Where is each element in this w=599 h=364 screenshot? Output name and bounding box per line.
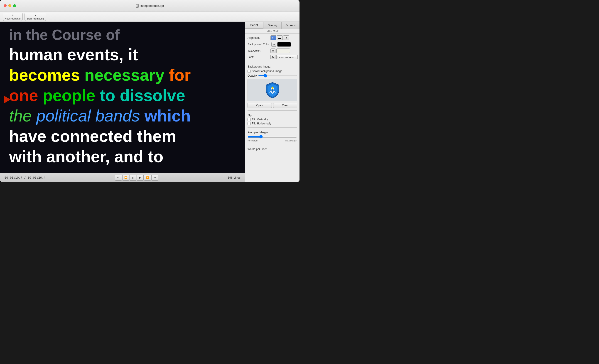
maximize-button[interactable] xyxy=(13,4,16,7)
background-color-label: Background Color: xyxy=(247,43,270,46)
font-reset-button[interactable]: ↻ xyxy=(271,55,275,59)
text-color-row: Text Color: ↻ xyxy=(247,49,297,53)
flip-vertically-label: Flip Vertically xyxy=(252,118,268,121)
word-necessary: necessary xyxy=(84,66,164,84)
minimize-button[interactable] xyxy=(9,4,11,7)
tab-script[interactable]: Script xyxy=(245,22,264,29)
time-separator: / xyxy=(24,176,28,179)
window-title: independence.ppr xyxy=(141,4,164,8)
skip-to-end-button[interactable]: ⏭ xyxy=(151,175,158,181)
line-2: human events, it xyxy=(9,46,138,64)
flip-vertically-checkbox[interactable] xyxy=(247,118,250,121)
flip-horizontally-label: Flip Horizontally xyxy=(252,122,271,125)
rewind-button[interactable]: ⏪ xyxy=(122,175,129,181)
main-area: in the Course of human events, it become… xyxy=(0,22,300,182)
prompter-content: in the Course of human events, it become… xyxy=(0,22,245,173)
show-bg-image-row: Show Background Image xyxy=(247,70,297,73)
align-center-button[interactable]: ▬ xyxy=(277,35,283,40)
opacity-slider[interactable] xyxy=(258,75,297,76)
font-selector: ↻ Helvetica Neue... xyxy=(271,55,298,59)
traffic-lights xyxy=(4,4,16,7)
max-margin-label: Max Margin xyxy=(285,139,297,142)
font-row: Font: ↻ Helvetica Neue... xyxy=(247,55,297,59)
line-partial: in the Course of xyxy=(9,27,120,43)
total-time: 00:06:26.4 xyxy=(28,176,45,179)
prompter-margin-label: Prompter Margin: xyxy=(247,131,297,134)
transport-controls: ⏮ ⏪ ▮ ▶ ⏩ ⏭ xyxy=(115,175,158,181)
stop-button[interactable]: ▮ xyxy=(130,175,136,181)
no-margin-label: No Margin xyxy=(247,139,258,142)
line-6: have connected them xyxy=(9,127,176,145)
badge-image xyxy=(264,81,282,99)
tab-overlay[interactable]: Overlay xyxy=(264,22,282,29)
close-button[interactable] xyxy=(4,4,7,7)
text-color-label: Text Color: xyxy=(247,49,269,52)
font-label: Font: xyxy=(247,56,269,59)
align-right-button[interactable]: ⇥ xyxy=(283,35,289,40)
app-window: independence.ppr + New Prompter › Start … xyxy=(0,0,300,182)
play-button[interactable]: ▶ xyxy=(137,175,144,181)
align-left-button[interactable]: ⇤ xyxy=(271,35,276,40)
word-for: for xyxy=(169,66,191,84)
show-bg-image-label: Show Background Image xyxy=(252,70,282,73)
lines-count: 398 Lines xyxy=(228,176,240,179)
word-to-dissolve: to dissolve xyxy=(100,86,185,104)
panel-content: Alignment: ⇤ ▬ ⇥ Background Color: ↻ xyxy=(245,34,300,152)
skip-to-start-button[interactable]: ⏮ xyxy=(115,175,122,181)
flip-label: Flip: xyxy=(247,114,297,117)
image-buttons: Open Clear xyxy=(247,103,297,108)
titlebar: independence.ppr xyxy=(0,0,300,12)
show-bg-image-checkbox[interactable] xyxy=(247,70,250,73)
background-image-label: Background Image: xyxy=(247,65,297,68)
divider-1 xyxy=(247,62,297,62)
titlebar-center: independence.ppr xyxy=(135,4,164,8)
prompter-view: in the Course of human events, it become… xyxy=(0,22,245,182)
tab-screens[interactable]: Screens xyxy=(282,22,300,29)
margin-slider[interactable] xyxy=(247,135,297,138)
document-icon xyxy=(135,4,139,8)
editor-mode-label: Editor Mode xyxy=(245,29,300,34)
flip-section: Flip: Flip Vertically Flip Horizontally xyxy=(247,113,297,125)
flip-horizontally-checkbox[interactable] xyxy=(247,122,250,125)
image-preview xyxy=(247,79,297,101)
bg-color-swatch[interactable] xyxy=(277,42,291,47)
alignment-label: Alignment: xyxy=(247,36,269,39)
words-per-line-label: Words per Line: xyxy=(247,148,267,151)
margin-section: Prompter Margin: No Margin Max Margin xyxy=(247,130,297,142)
word-people: people xyxy=(43,86,95,104)
words-per-line-row: Words per Line: xyxy=(247,147,297,151)
flip-horizontally-row: Flip Horizontally xyxy=(247,122,297,125)
background-image-section: Background Image: Show Background Image … xyxy=(247,64,297,108)
toolbar: + New Prompter › Start Prompting xyxy=(0,12,300,22)
alignment-row: Alignment: ⇤ ▬ ⇥ xyxy=(247,35,297,40)
plus-icon: + xyxy=(12,14,14,17)
line-4: one people to dissolve xyxy=(9,85,236,106)
status-bar: 00:00:10.7 / 00:06:26.4 ⏮ ⏪ ▮ ▶ ⏩ ⏭ 398 … xyxy=(0,173,245,182)
opacity-row: Opacity xyxy=(247,74,297,77)
flip-vertically-row: Flip Vertically xyxy=(247,118,297,121)
prompter-text: in the Course of human events, it become… xyxy=(9,22,236,167)
open-image-button[interactable]: Open xyxy=(247,103,272,108)
line-7: with another, and to xyxy=(9,148,163,166)
font-name-button[interactable]: Helvetica Neue... xyxy=(276,55,298,59)
start-prompting-label: Start Prompting xyxy=(26,17,44,20)
margin-slider-row xyxy=(247,135,297,138)
right-panel: Script Overlay Screens Editor Mode Align… xyxy=(245,22,300,182)
timecode-display: 00:00:10.7 / 00:06:26.4 xyxy=(5,176,45,179)
text-color-swatch[interactable] xyxy=(276,49,290,53)
bg-color-reset-button[interactable]: ↻ xyxy=(271,42,276,47)
new-prompter-label: New Prompter xyxy=(5,17,21,20)
clear-image-button[interactable]: Clear xyxy=(273,103,298,108)
text-color-reset-button[interactable]: ↻ xyxy=(271,49,275,53)
line-3: becomes necessary for xyxy=(9,65,236,85)
current-time: 00:00:10.7 xyxy=(5,176,22,179)
fast-forward-button[interactable]: ⏩ xyxy=(144,175,151,181)
new-prompter-button[interactable]: + New Prompter xyxy=(3,13,23,21)
start-prompting-button[interactable]: › Start Prompting xyxy=(25,13,46,21)
alignment-buttons: ⇤ ▬ ⇥ xyxy=(271,35,289,40)
position-arrow xyxy=(4,95,10,104)
opacity-label: Opacity xyxy=(247,74,257,77)
text-color-controls: ↻ xyxy=(271,49,290,53)
divider-4 xyxy=(247,144,297,144)
arrow-icon: › xyxy=(35,14,36,17)
